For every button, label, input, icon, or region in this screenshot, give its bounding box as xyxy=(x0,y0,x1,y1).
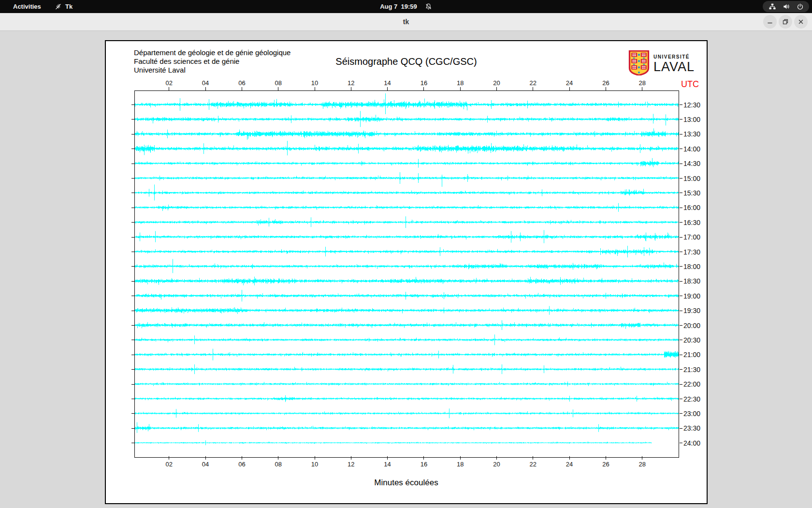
utc-time-label: 14:00 xyxy=(683,145,700,153)
row-tick-right xyxy=(680,340,682,340)
x-tick-label-top: 12 xyxy=(344,79,358,87)
window-title-bar[interactable]: tk xyxy=(0,13,812,31)
x-tick-top xyxy=(278,87,278,90)
utc-time-label: 18:30 xyxy=(683,277,700,285)
row-tick-left xyxy=(131,237,134,238)
x-tick-bottom xyxy=(606,456,606,460)
row-tick-right xyxy=(680,149,682,149)
x-tick-label-top: 24 xyxy=(562,79,577,87)
x-tick-label-bottom: 28 xyxy=(635,461,650,468)
row-tick-right xyxy=(680,325,682,326)
row-tick-right xyxy=(680,193,682,193)
row-tick-left xyxy=(131,355,134,355)
x-tick-bottom xyxy=(351,456,351,460)
window-controls xyxy=(763,15,808,29)
row-tick-left xyxy=(131,208,134,208)
x-tick-label-top: 16 xyxy=(417,79,431,87)
row-tick-left xyxy=(131,266,134,267)
row-tick-left xyxy=(131,193,134,193)
utc-axis-label: UTC xyxy=(681,79,699,90)
row-tick-right xyxy=(680,443,682,443)
bell-slash-icon xyxy=(425,3,432,10)
utc-time-label: 19:00 xyxy=(683,292,700,300)
row-tick-left xyxy=(131,340,134,340)
x-tick-top xyxy=(423,87,424,90)
x-tick-bottom xyxy=(242,456,242,460)
x-tick-top xyxy=(169,87,169,90)
row-tick-right xyxy=(680,119,682,120)
system-status-area[interactable] xyxy=(763,1,809,12)
network-wired-icon xyxy=(768,3,776,10)
x-tick-top xyxy=(460,87,461,90)
x-tick-bottom xyxy=(533,456,533,460)
row-tick-right xyxy=(680,252,682,252)
row-tick-right xyxy=(680,355,682,355)
maximize-button[interactable] xyxy=(779,15,792,29)
window-title: tk xyxy=(0,13,812,30)
x-tick-label-top: 04 xyxy=(198,79,213,87)
x-tick-label-top: 08 xyxy=(271,79,286,87)
utc-time-label: 23:30 xyxy=(683,424,700,432)
x-tick-bottom xyxy=(315,456,315,460)
x-tick-top xyxy=(606,87,606,90)
utc-time-label: 17:00 xyxy=(683,233,700,241)
row-tick-left xyxy=(131,399,134,399)
close-button[interactable] xyxy=(794,15,808,29)
x-tick-label-bottom: 08 xyxy=(271,461,286,468)
x-tick-top xyxy=(242,87,242,90)
clock-button[interactable]: Aug 7 19:59 xyxy=(0,0,812,13)
x-tick-bottom xyxy=(423,456,424,460)
clock-text: Aug 7 19:59 xyxy=(380,3,417,10)
x-tick-label-top: 14 xyxy=(380,79,395,87)
row-tick-left xyxy=(131,311,134,311)
row-tick-left xyxy=(131,325,134,326)
x-tick-label-top: 02 xyxy=(162,79,176,87)
utc-time-label: 13:30 xyxy=(683,130,700,138)
x-tick-label-top: 28 xyxy=(635,79,650,87)
x-tick-label-bottom: 14 xyxy=(380,461,395,468)
x-tick-label-top: 18 xyxy=(453,79,467,87)
utc-time-label: 15:00 xyxy=(683,175,700,182)
row-tick-left xyxy=(131,178,134,179)
x-tick-top xyxy=(642,87,642,90)
utc-time-label: 21:30 xyxy=(683,366,700,374)
row-tick-left xyxy=(131,222,134,223)
utc-time-label: 13:00 xyxy=(683,116,700,123)
utc-time-label: 20:30 xyxy=(683,336,700,344)
x-axis-title: Minutes écoulées xyxy=(106,478,707,488)
utc-time-label: 20:00 xyxy=(683,322,700,329)
gnome-top-bar: Activities Tk Aug 7 19:59 xyxy=(0,0,812,13)
universite-laval-logo: UNIVERSITÉ LAVAL xyxy=(628,50,695,77)
row-tick-right xyxy=(680,222,682,223)
volume-icon xyxy=(783,3,790,10)
row-tick-right xyxy=(680,311,682,311)
utc-time-label: 24:00 xyxy=(683,439,700,447)
row-tick-right xyxy=(680,208,682,208)
row-tick-right xyxy=(680,413,682,414)
row-tick-left xyxy=(131,369,134,370)
row-tick-right xyxy=(680,134,682,134)
row-tick-left xyxy=(131,413,134,414)
x-tick-label-bottom: 22 xyxy=(526,461,540,468)
row-tick-right xyxy=(680,369,682,370)
x-tick-label-bottom: 26 xyxy=(598,461,613,468)
seismograph-window: Département de géologie et de génie géol… xyxy=(105,40,708,504)
laval-logo-line1: UNIVERSITÉ xyxy=(653,55,695,60)
x-tick-bottom xyxy=(496,456,497,460)
utc-time-label: 16:30 xyxy=(683,219,700,226)
x-tick-label-bottom: 20 xyxy=(490,461,504,468)
x-tick-label-bottom: 10 xyxy=(307,461,322,468)
x-tick-bottom xyxy=(205,456,206,460)
row-tick-right xyxy=(680,237,682,238)
utc-time-label: 12:30 xyxy=(683,101,700,109)
row-tick-left xyxy=(131,296,134,296)
laval-shield-icon xyxy=(628,50,650,77)
x-tick-label-bottom: 16 xyxy=(417,461,431,468)
utc-time-label: 23:00 xyxy=(683,410,700,418)
minimize-button[interactable] xyxy=(763,15,777,29)
utc-time-label: 19:30 xyxy=(683,307,700,314)
row-tick-right xyxy=(680,296,682,296)
row-tick-left xyxy=(131,105,134,105)
row-tick-right xyxy=(680,266,682,267)
x-tick-bottom xyxy=(387,456,388,460)
